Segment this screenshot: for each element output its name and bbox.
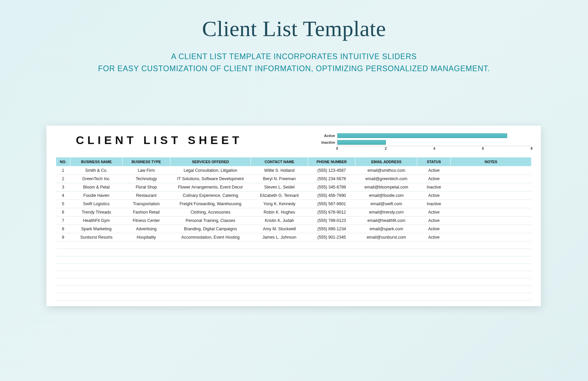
table-cell: 2 <box>56 175 70 183</box>
table-row: 9Sunburst ResortsHospitalityAccommodatio… <box>56 233 532 242</box>
table-row-empty <box>56 278 532 286</box>
table-cell: Flower Arrangements, Event Decor <box>170 183 251 192</box>
page-subtitle: A CLIENT LIST TEMPLATE INCORPORATES INTU… <box>0 51 588 75</box>
table-cell: Bloom & Petal <box>70 183 123 192</box>
table-header-cell: EMAIL ADDRESS <box>355 157 417 166</box>
table-cell: Active <box>417 225 451 233</box>
table-header-cell: NO. <box>56 157 70 166</box>
table-cell: (555) 123-4567 <box>308 166 355 175</box>
table-cell: Smith & Co. <box>70 166 123 175</box>
table-header-cell: BUSINESS NAME <box>70 157 123 166</box>
table-cell: (555) 678-9012 <box>308 208 355 217</box>
table-row: 5Swift LogisticsTransportationFreight Fo… <box>56 200 532 208</box>
table-cell: (555) 901-2345 <box>308 233 355 242</box>
table-cell <box>451 233 532 242</box>
sheet-title: CLIENT LIST SHEET <box>76 134 243 147</box>
table-cell: Legal Consultation, Litigation <box>170 166 251 175</box>
table-cell: (555) 567-8901 <box>308 200 355 208</box>
table-cell <box>451 166 532 175</box>
table-row-empty <box>56 249 532 256</box>
chart-bar-inactive <box>337 140 386 145</box>
table-row-empty <box>56 293 532 300</box>
table-cell: Law Firm <box>123 166 170 175</box>
table-cell: 9 <box>56 233 70 242</box>
table-row: 6Trendy ThreadsFashion RetailClothing, A… <box>56 208 532 217</box>
table-cell: Fashion Retail <box>123 208 170 217</box>
table-row: 4Foodie HavenRestaurantCulinary Experien… <box>56 192 532 200</box>
client-table: NO.BUSINESS NAMEBUSINESS TYPESERVICES OF… <box>56 157 532 300</box>
table-cell: Kristin K. Judah <box>251 217 308 225</box>
chart-tick: 4 <box>433 147 435 150</box>
chart-tick: 8 <box>531 147 533 150</box>
table-cell: email@greentech.com <box>355 175 417 183</box>
table-cell: Yong K. Kennedy <box>251 200 308 208</box>
table-cell: Amy M. Stockwell <box>251 225 308 233</box>
table-row-empty <box>56 256 532 264</box>
table-cell: James L. Johnson <box>251 233 308 242</box>
table-header-cell: BUSINESS TYPE <box>123 157 170 166</box>
table-row: 3Bloom & PetalFloral ShopFlower Arrangem… <box>56 183 532 192</box>
table-cell: 5 <box>56 200 70 208</box>
table-cell: email@bloompetal.com <box>355 183 417 192</box>
chart-label-active: Active <box>318 134 337 138</box>
table-cell <box>451 200 532 208</box>
table-cell: (555) 456-7890 <box>308 192 355 200</box>
table-cell <box>451 208 532 217</box>
table-row: 7HealthFit GymFitness CenterPersonal Tra… <box>56 217 532 225</box>
table-cell <box>451 217 532 225</box>
table-cell: Sunburst Resorts <box>70 233 123 242</box>
chart-tick: 0 <box>336 147 338 150</box>
table-cell: Restaurant <box>123 192 170 200</box>
table-header-cell: SERVICES OFFERED <box>170 157 251 166</box>
table-cell: Branding, Digital Campaigns <box>170 225 251 233</box>
table-cell: email@smithco.com <box>355 166 417 175</box>
table-cell: Clothing, Accessories <box>170 208 251 217</box>
table-cell: Willie S. Holland <box>251 166 308 175</box>
chart-axis: 02468 <box>337 146 532 151</box>
chart-tick: 6 <box>482 147 484 150</box>
table-cell: (555) 234-5678 <box>308 175 355 183</box>
table-cell: email@spark.com <box>355 225 417 233</box>
table-cell: 6 <box>56 208 70 217</box>
table-cell: email@swift.com <box>355 200 417 208</box>
table-cell: Beryl N. Freeman <box>251 175 308 183</box>
table-header-cell: STATUS <box>417 157 451 166</box>
status-chart: Active Inactive 02468 <box>318 132 532 152</box>
table-cell: Robin K. Hughes <box>251 208 308 217</box>
table-cell: 8 <box>56 225 70 233</box>
table-cell: 7 <box>56 217 70 225</box>
table-cell <box>451 183 532 192</box>
table-row: 2GreenTech Inc.TechnologyIT Solutions, S… <box>56 175 532 183</box>
table-cell: email@foodie.com <box>355 192 417 200</box>
table-cell: Active <box>417 208 451 217</box>
table-cell: Trendy Threads <box>70 208 123 217</box>
subtitle-line-1: A CLIENT LIST TEMPLATE INCORPORATES INTU… <box>171 52 417 61</box>
table-cell: Swift Logistics <box>70 200 123 208</box>
table-cell: Advertising <box>123 225 170 233</box>
table-cell: Active <box>417 192 451 200</box>
table-cell: Freight Forwarding, Warehousing <box>170 200 251 208</box>
table-header-cell: CONTACT NAME <box>251 157 308 166</box>
table-cell: GreenTech Inc. <box>70 175 123 183</box>
table-cell: IT Solutions, Software Development <box>170 175 251 183</box>
table-cell: Foodie Haven <box>70 192 123 200</box>
table-row-empty <box>56 264 532 271</box>
table-row-empty <box>56 242 532 249</box>
chart-label-inactive: Inactive <box>318 140 337 144</box>
table-header-cell: NOTES <box>451 157 532 166</box>
table-cell: Spark Marketing <box>70 225 123 233</box>
table-cell: Active <box>417 233 451 242</box>
table-cell: email@trendy.com <box>355 208 417 217</box>
sheet-card: CLIENT LIST SHEET Active Inactive 02468 … <box>46 126 541 306</box>
page-title: Client List Template <box>0 16 588 41</box>
table-cell: Active <box>417 166 451 175</box>
table-cell: Floral Shop <box>123 183 170 192</box>
table-cell: (555) 345-6789 <box>308 183 355 192</box>
table-cell: email@sunburst.com <box>355 233 417 242</box>
table-cell: Accommodation, Event Hosting <box>170 233 251 242</box>
table-cell: Hospitality <box>123 233 170 242</box>
table-cell: HealthFit Gym <box>70 217 123 225</box>
table-cell: Transportation <box>123 200 170 208</box>
table-cell: email@healthfit.com <box>355 217 417 225</box>
table-cell: 3 <box>56 183 70 192</box>
